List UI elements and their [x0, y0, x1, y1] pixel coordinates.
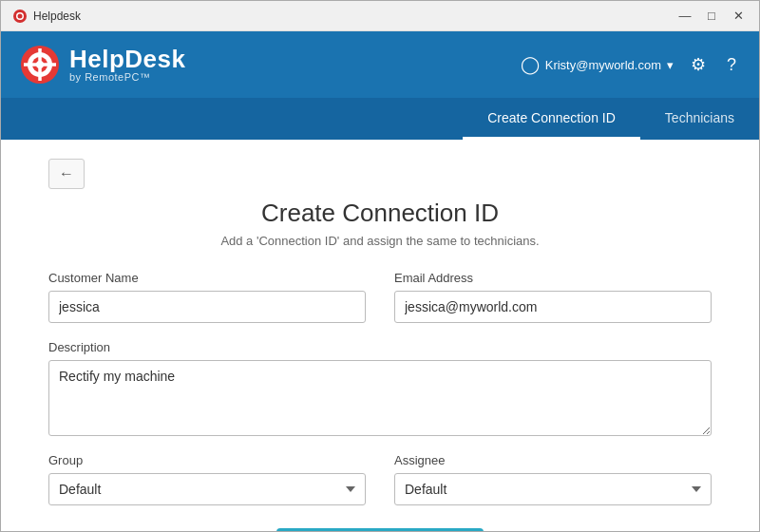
customer-name-input[interactable] [48, 291, 366, 323]
minimize-button[interactable]: — [675, 7, 694, 26]
title-bar: Helpdesk — □ ✕ [1, 1, 759, 31]
nav-create-connection-id[interactable]: Create Connection ID [463, 98, 640, 140]
form-row-3: Group Default Assignee Default [48, 453, 712, 505]
page-title: Create Connection ID [48, 199, 712, 228]
help-button[interactable]: ? [723, 51, 740, 79]
group-select[interactable]: Default [48, 473, 366, 505]
title-bar-title: Helpdesk [33, 10, 675, 23]
back-button[interactable]: ← [48, 159, 85, 189]
description-group: Description Rectify my machine [48, 340, 712, 436]
page-subtitle: Add a 'Connection ID' and assign the sam… [48, 234, 712, 248]
create-btn-row: Create [48, 528, 712, 531]
user-dropdown-icon: ▾ [667, 58, 674, 72]
email-group: Email Address [394, 271, 712, 323]
logo-text: HelpDesk by RemotePC™ [69, 47, 186, 83]
create-button[interactable]: Create [276, 528, 483, 531]
form-row-2: Description Rectify my machine [48, 340, 712, 436]
maximize-button[interactable]: □ [702, 7, 721, 26]
customer-name-group: Customer Name [48, 271, 366, 323]
logo-area: HelpDesk by RemotePC™ [20, 45, 521, 85]
email-label: Email Address [394, 271, 712, 285]
customer-name-label: Customer Name [48, 271, 366, 285]
header-right: ◯ Kristy@myworld.com ▾ ⚙ ? [521, 50, 740, 79]
svg-point-2 [18, 13, 23, 18]
title-bar-icon [12, 9, 28, 24]
close-button[interactable]: ✕ [729, 7, 748, 26]
assignee-select[interactable]: Default [394, 473, 712, 505]
group-label: Group [48, 453, 366, 467]
nav-bar: Create Connection ID Technicians [1, 98, 759, 140]
user-icon: ◯ [521, 54, 540, 75]
app-window: Helpdesk — □ ✕ HelpDesk by RemotePC™ [0, 0, 760, 532]
user-email: Kristy@myworld.com [545, 58, 661, 72]
main-content: ← Create Connection ID Add a 'Connection… [1, 140, 759, 531]
logo-helpdesk-label: HelpDesk [69, 47, 186, 71]
email-input[interactable] [394, 291, 712, 323]
settings-button[interactable]: ⚙ [687, 50, 710, 79]
helpdesk-logo-icon [20, 45, 60, 85]
logo-byremotepc-label: by RemotePC™ [69, 71, 186, 83]
description-textarea[interactable]: Rectify my machine [48, 360, 712, 436]
group-group: Group Default [48, 453, 366, 505]
title-bar-controls: — □ ✕ [675, 7, 748, 26]
user-info[interactable]: ◯ Kristy@myworld.com ▾ [521, 54, 674, 75]
form-row-1: Customer Name Email Address [48, 271, 712, 323]
nav-technicians[interactable]: Technicians [640, 98, 759, 140]
assignee-group: Assignee Default [394, 453, 712, 505]
app-header: HelpDesk by RemotePC™ ◯ Kristy@myworld.c… [1, 31, 759, 98]
description-label: Description [48, 340, 712, 354]
assignee-label: Assignee [394, 453, 712, 467]
